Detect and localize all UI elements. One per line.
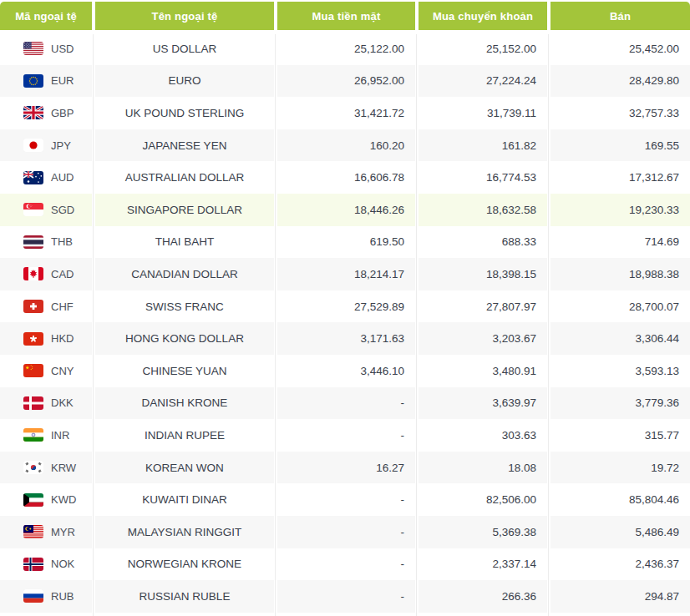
buy-transfer-value: 688.33 [419,226,547,259]
table-body: USDUS DOLLAR25,122.0025,152.0025,452.00E… [0,33,690,613]
currency-code: NOK [51,558,74,570]
sell-value: 32,757.33 [550,97,690,129]
buy-cash-value: - [277,580,415,613]
currency-name: US DOLLAR [95,33,274,65]
buy-cash-value: 18,446.26 [277,194,415,226]
buy-transfer-value: 2,337.14 [419,548,547,581]
buy-transfer-value: 27,807.97 [419,290,547,323]
currency-name: KOREAN WON [95,452,274,484]
buy-transfer-value: 3,639.97 [419,387,547,420]
currency-code-cell: EUR [0,65,92,98]
buy-cash-value: - [277,387,415,420]
table-row-dkk[interactable]: DKKDANISH KRONE-3,639.973,779.36 [0,387,690,420]
sell-value: 2,436.37 [550,548,690,581]
sell-value: 28,429.80 [550,65,690,98]
currency-name: NORWEGIAN KRONE [95,548,274,581]
buy-cash-value: 619.50 [277,226,415,259]
currency-code: AUD [51,171,74,184]
currency-name: JAPANESE YEN [95,129,274,162]
currency-code: KRW [51,462,76,474]
sell-value: 25,452.00 [550,33,690,65]
buy-transfer-value: 16,774.53 [419,161,547,194]
currency-name: THAI BAHT [95,226,274,259]
sell-value: 169.55 [550,129,690,162]
buy-transfer-value: 5,369.38 [419,516,547,548]
currency-code: KWD [51,493,76,506]
currency-code-cell: RUB [0,580,92,613]
currency-code: RUB [51,590,74,603]
buy-cash-value: 3,171.63 [277,322,415,355]
currency-code: SGD [51,204,74,216]
sell-value: 714.69 [550,226,690,259]
table-row-inr[interactable]: INRINDIAN RUPEE-303.63315.77 [0,419,690,452]
flag-krw-icon [23,461,43,474]
currency-name: INDIAN RUPEE [95,419,274,452]
currency-name: MALAYSIAN RINGGIT [95,516,274,548]
flag-cny-icon [23,364,43,377]
flag-kwd-icon [23,493,43,507]
buy-cash-value: 3,446.10 [277,355,415,387]
buy-cash-value: 16.27 [277,452,415,484]
flag-chf-icon [23,300,43,313]
table-row-usd[interactable]: USDUS DOLLAR25,122.0025,152.0025,452.00 [0,33,690,65]
currency-code-cell: DKK [0,387,92,420]
buy-cash-value: 26,952.00 [277,65,415,98]
exchange-rates-table: Mã ngoại tệ Tên ngoại tệ Mua tiền mặt Mu… [0,2,690,616]
buy-cash-value: 18,214.17 [277,258,415,290]
table-row-cny[interactable]: CNYCHINESE YUAN3,446.103,480.913,593.13 [0,355,690,387]
header-currency-code: Mã ngoại tệ [0,2,92,30]
buy-cash-value: - [277,483,415,516]
currency-code-cell: MYR [0,516,92,548]
currency-code: GBP [51,107,74,119]
table-row-kwd[interactable]: KWDKUWAITI DINAR-82,506.0085,804.46 [0,483,690,516]
buy-transfer-value: 27,224.24 [419,65,547,98]
buy-cash-value: - [277,548,415,581]
currency-code: JPY [51,139,71,152]
currency-code-cell: AUD [0,161,92,194]
table-row-nok[interactable]: NOKNORWEGIAN KRONE-2,337.142,436.37 [0,548,690,581]
table-row-krw[interactable]: KRWKOREAN WON16.2718.0819.72 [0,452,690,484]
table-row-eur[interactable]: EUREURO26,952.0027,224.2428,429.80 [0,65,690,98]
table-row-cad[interactable]: CADCANADIAN DOLLAR18,214.1718,398.1518,9… [0,258,690,290]
currency-code-cell: KWD [0,483,92,516]
table-header-row: Mã ngoại tệ Tên ngoại tệ Mua tiền mặt Mu… [0,2,690,30]
table-row-jpy[interactable]: JPYJAPANESE YEN160.20161.82169.55 [0,129,690,162]
currency-code: EUR [51,74,74,87]
sell-value: 85,804.46 [550,483,690,516]
table-row-aud[interactable]: AUDAUSTRALIAN DOLLAR16,606.7816,774.5317… [0,161,690,194]
table-row-rub[interactable]: RUBRUSSIAN RUBLE-266.36294.87 [0,580,690,613]
sell-value: 3,779.36 [550,387,690,420]
table-row-sgd[interactable]: SGDSINGAPORE DOLLAR18,446.2618,632.5819,… [0,194,690,226]
table-row-myr[interactable]: MYRMALAYSIAN RINGGIT-5,369.385,486.49 [0,516,690,548]
currency-code: CNY [51,365,74,377]
currency-code-cell: CHF [0,290,92,323]
currency-code: CAD [51,268,74,280]
currency-name: CANADIAN DOLLAR [95,258,274,290]
header-buy-cash: Mua tiền mặt [277,2,415,30]
currency-code-cell: KRW [0,452,92,484]
table-row-gbp[interactable]: GBPUK POUND STERLING31,421.7231,739.1132… [0,97,690,129]
buy-transfer-value: 266.36 [419,580,547,613]
flag-inr-icon [23,428,43,442]
currency-code: HKD [51,332,74,345]
buy-cash-value: 160.20 [277,129,415,162]
buy-cash-value: 25,122.00 [277,33,415,65]
sell-value: 3,593.13 [550,355,690,387]
header-currency-name: Tên ngoại tệ [95,2,274,30]
flag-myr-icon [23,525,43,538]
currency-code-cell: THB [0,226,92,259]
table-row-hkd[interactable]: HKDHONG KONG DOLLAR3,171.633,203.673,306… [0,322,690,355]
table-row-chf[interactable]: CHFSWISS FRANC27,529.8927,807.9728,700.0… [0,290,690,323]
currency-code: USD [51,43,74,55]
currency-name: SWISS FRANC [95,290,274,323]
table-row-thb[interactable]: THBTHAI BAHT619.50688.33714.69 [0,226,690,259]
buy-transfer-value: 82,506.00 [419,483,547,516]
flag-dkk-icon [23,396,43,410]
buy-transfer-value: 31,739.11 [419,97,547,129]
buy-transfer-value: 25,152.00 [419,33,547,65]
currency-code-cell: CNY [0,355,92,387]
buy-cash-value: 27,529.89 [277,290,415,323]
currency-code: INR [51,429,69,442]
sell-value: 18,988.38 [550,258,690,290]
flag-aud-icon [23,171,43,184]
